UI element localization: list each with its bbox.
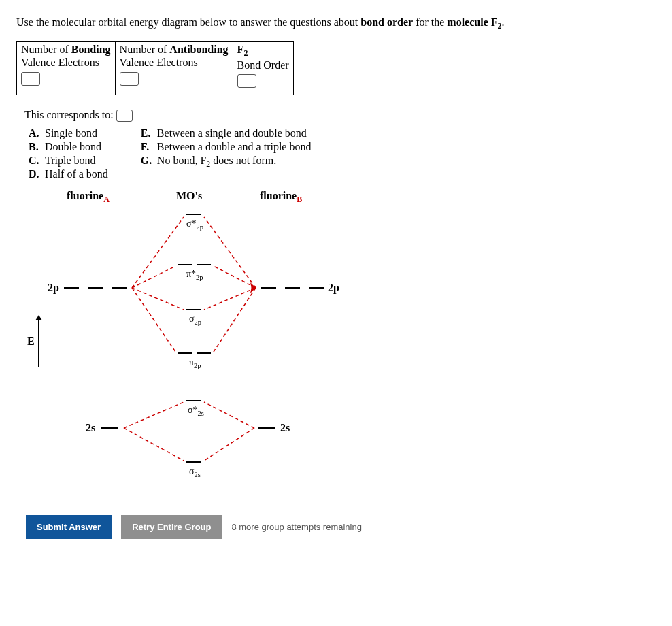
prompt-bold2: molecule F [447, 16, 497, 28]
right-2p-label: 2p [328, 282, 339, 294]
choice-F-letter: F. [141, 141, 157, 153]
corresponds-row: This corresponds to: [24, 109, 656, 122]
corresponds-label: This corresponds to: [24, 109, 114, 120]
cell-antibonding: Number of Antibonding Valence Electrons [115, 42, 233, 95]
choice-G-text: No bond, F2 does not form. [157, 154, 276, 166]
col1-line1: Number of [21, 44, 71, 55]
prompt-pre: Use the molecular orbital energy diagram… [16, 16, 360, 28]
col3-sub: 2 [243, 48, 248, 58]
prompt-bold1: bond order [360, 16, 413, 28]
diagram-lines [23, 190, 336, 496]
col1-bold: Bonding [71, 44, 111, 55]
choice-C-letter: C. [29, 154, 45, 167]
left-2s-label: 2s [86, 422, 95, 434]
sigmastar-2s-label: σ*2s [188, 405, 204, 417]
sigma-2s-label: σ2s [189, 466, 201, 478]
col1-line2: Valence Electrons [21, 56, 99, 68]
right-2s-label: 2s [280, 422, 290, 434]
col2-line2: Valence Electrons [120, 56, 198, 68]
col2-line1: Number of [120, 44, 170, 55]
svg-line-19 [132, 288, 175, 352]
svg-line-27 [204, 428, 254, 461]
prompt-mid: for the [413, 16, 447, 28]
choice-C-text: Triple bond [45, 154, 96, 166]
cell-bondorder: F2 Bond Order [233, 42, 293, 95]
svg-line-23 [214, 288, 256, 352]
choices-right: E.Between a single and double bond F.Bet… [141, 126, 312, 182]
choice-D-letter: D. [29, 168, 45, 180]
sigma-2p-label: σ2p [189, 314, 201, 326]
pistar-2p-label: π*2p [186, 269, 203, 281]
col2-bold: Antibonding [169, 44, 228, 55]
button-row: Submit Answer Retry Entire Group 8 more … [26, 515, 656, 539]
prompt-post: . [502, 16, 505, 28]
pi-2p-label: π2p [189, 357, 201, 369]
choice-D-text: Half of a bond [45, 168, 108, 180]
choice-E-text: Between a single and double bond [157, 127, 307, 139]
svg-line-25 [124, 428, 184, 461]
submit-button[interactable]: Submit Answer [26, 515, 112, 539]
svg-line-16 [132, 217, 184, 288]
choice-G-letter: G. [141, 154, 157, 167]
attempts-remaining: 8 more group attempts remaining [231, 522, 361, 532]
choice-A-text: Single bond [45, 127, 97, 139]
choice-B-text: Double bond [45, 141, 101, 152]
choices-left: A.Single bond B.Double bond C.Triple bon… [29, 126, 108, 182]
svg-line-26 [204, 402, 254, 428]
col3-line2: Bond Order [237, 59, 289, 71]
svg-line-20 [204, 217, 256, 288]
corresponds-input[interactable] [116, 110, 133, 122]
mo-diagram: fluorineA MO's fluorineB E [23, 190, 336, 496]
svg-line-21 [214, 266, 256, 288]
svg-line-24 [124, 402, 184, 428]
choices: A.Single bond B.Double bond C.Triple bon… [29, 126, 656, 182]
sigmastar-2p-label: σ*2p [186, 218, 203, 231]
choice-A-letter: A. [29, 127, 45, 139]
retry-button[interactable]: Retry Entire Group [121, 515, 222, 539]
choice-F-text: Between a double and a triple bond [157, 141, 312, 152]
input-table: Number of Bonding Valence Electrons Numb… [16, 41, 294, 95]
bond-order-input[interactable] [237, 74, 256, 88]
svg-line-17 [132, 266, 175, 288]
question-prompt: Use the molecular orbital energy diagram… [16, 16, 656, 31]
choice-B-letter: B. [29, 141, 45, 153]
bonding-electrons-input[interactable] [21, 72, 40, 86]
left-2p-label: 2p [48, 282, 59, 294]
col3-bold: F [237, 44, 244, 55]
choice-E-letter: E. [141, 127, 157, 139]
cell-bonding: Number of Bonding Valence Electrons [17, 42, 116, 95]
antibonding-electrons-input[interactable] [120, 72, 139, 86]
